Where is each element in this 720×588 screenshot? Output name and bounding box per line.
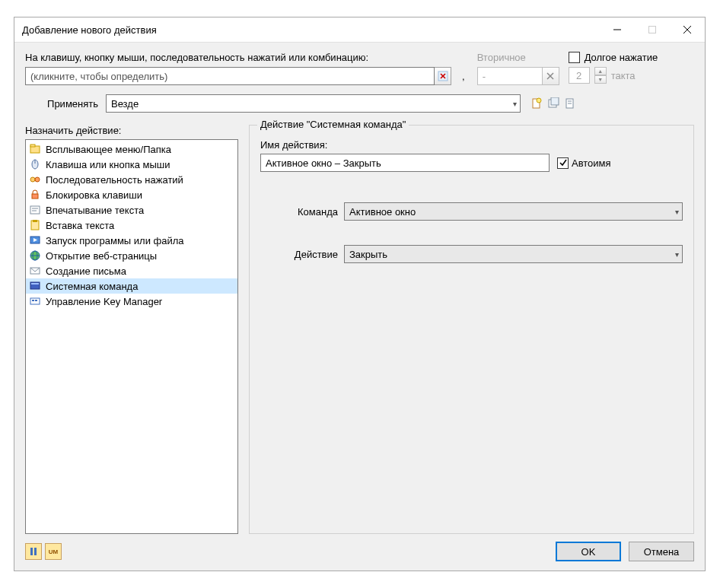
- command-label: Команда: [260, 206, 344, 218]
- apply-select[interactable]: Везде ▾: [106, 94, 521, 113]
- svg-rect-17: [30, 145, 35, 147]
- window-title: Добавление нового действия: [22, 24, 600, 36]
- details-pane: Действие "Системная команда" Имя действи…: [249, 125, 694, 534]
- action-param-value: Закрыть: [349, 249, 387, 260]
- hotkey-label: На клавишу, кнопку мыши, последовательно…: [25, 52, 451, 63]
- secondary-clear-button: [543, 67, 559, 85]
- apply-toolbar: [530, 97, 577, 110]
- list-item-label: Открытие веб-страницы: [46, 250, 157, 262]
- chevron-down-icon: ▾: [675, 250, 679, 259]
- list-item-label: Блокировка клавиши: [46, 189, 142, 201]
- svg-rect-37: [32, 300, 34, 301]
- svg-rect-27: [33, 220, 37, 222]
- list-item[interactable]: Запуск программы или файла: [26, 233, 237, 248]
- list-item-label: Всплывающее меню/Папка: [46, 144, 171, 155]
- apply-label: Применять: [25, 98, 101, 110]
- hotkey-row: На клавишу, кнопку мыши, последовательно…: [25, 52, 694, 85]
- longpress-label: Долгое нажатие: [585, 52, 658, 63]
- svg-rect-40: [34, 548, 37, 555]
- list-item[interactable]: Создание письма: [26, 263, 237, 278]
- delay-spinner-buttons: ▲ ▼: [594, 67, 607, 84]
- list-item-label: Впечатывание текста: [46, 205, 144, 216]
- client-area: На клавишу, кнопку мыши, последовательно…: [14, 42, 705, 571]
- separator-comma: ,: [459, 71, 470, 82]
- actions-label: Назначить действие:: [25, 125, 238, 136]
- actions-pane: Назначить действие: Всплывающее меню/Пап…: [25, 125, 238, 534]
- cancel-button[interactable]: Отмена: [629, 542, 694, 561]
- lock-icon: [29, 189, 41, 201]
- maximize-button[interactable]: [635, 17, 670, 42]
- svg-rect-39: [30, 548, 33, 555]
- apply-select-value: Везде: [111, 98, 139, 110]
- svg-rect-23: [30, 206, 40, 214]
- list-item-label: Создание письма: [46, 265, 126, 277]
- list-item-label: Системная команда: [46, 281, 138, 292]
- paste-icon: [29, 219, 41, 231]
- list-item-label: Последовательность нажатий: [46, 174, 183, 186]
- dialog-window: Добавление нового действия На клавишу, к…: [14, 17, 706, 571]
- hotkey-clear-button[interactable]: [435, 67, 451, 85]
- secondary-block: Вторичное: [477, 52, 561, 85]
- svg-rect-1: [649, 27, 656, 33]
- list-item-label: Запуск программы или файла: [46, 235, 184, 246]
- delay-spinner: 2: [569, 67, 590, 84]
- apply-row: Применять Везде ▾: [25, 94, 694, 113]
- web-icon: [29, 250, 41, 262]
- apply-tool-edit-icon[interactable]: [546, 97, 560, 110]
- body-split: Назначить действие: Всплывающее меню/Пап…: [25, 125, 694, 534]
- delay-unit-label: такта: [611, 70, 636, 81]
- list-item[interactable]: Управление Key Manager: [26, 294, 237, 309]
- svg-rect-22: [32, 194, 38, 199]
- delay-spin-up: ▲: [594, 67, 607, 75]
- list-item[interactable]: Последовательность нажатий: [26, 172, 237, 187]
- close-button[interactable]: [670, 17, 705, 42]
- list-item[interactable]: Блокировка клавиши: [26, 187, 237, 202]
- longpress-checkbox[interactable]: [569, 52, 580, 63]
- action-name-input[interactable]: [260, 154, 550, 172]
- list-item-label: Вставка текста: [46, 220, 114, 231]
- um-icon[interactable]: UM: [45, 543, 62, 560]
- svg-point-20: [30, 177, 35, 182]
- command-select[interactable]: Активное окно ▾: [344, 202, 683, 221]
- svg-rect-38: [35, 300, 37, 301]
- hotkey-block: На клавишу, кнопку мыши, последовательно…: [25, 52, 451, 85]
- list-item[interactable]: Вставка текста: [26, 218, 237, 233]
- svg-point-21: [35, 177, 40, 182]
- autoname-checkbox[interactable]: [557, 157, 569, 169]
- mouse-icon: [29, 158, 41, 170]
- autoname-label: Автоимя: [572, 157, 611, 169]
- list-item-label: Управление Key Manager: [46, 296, 162, 307]
- chevron-down-icon: ▾: [675, 208, 679, 216]
- pause-icon[interactable]: [25, 543, 42, 560]
- type-icon: [29, 204, 41, 216]
- list-item[interactable]: Всплывающее меню/Папка: [26, 141, 237, 157]
- delay-spin-down: ▼: [594, 75, 607, 84]
- apply-tool-new-icon[interactable]: [530, 97, 543, 110]
- list-item[interactable]: Впечатывание текста: [26, 202, 237, 218]
- syscmd-icon: [29, 280, 41, 292]
- chevron-down-icon: ▾: [513, 100, 517, 108]
- run-icon: [29, 234, 41, 246]
- secondary-label: Вторичное: [477, 52, 561, 63]
- action-param-select[interactable]: Закрыть ▾: [344, 245, 683, 263]
- apply-tool-copy-icon[interactable]: [563, 97, 577, 110]
- ok-button[interactable]: OK: [556, 542, 621, 561]
- list-item[interactable]: Клавиша или кнопка мыши: [26, 157, 237, 172]
- bottom-bar: UM OK Отмена: [25, 542, 694, 561]
- action-groupbox: Действие "Системная команда" Имя действи…: [249, 125, 694, 534]
- list-item[interactable]: Системная команда: [26, 278, 237, 294]
- minimize-button[interactable]: [600, 17, 635, 42]
- action-name-label: Имя действия:: [260, 139, 683, 151]
- mail-icon: [29, 265, 41, 277]
- titlebar: Добавление нового действия: [14, 17, 705, 42]
- list-item[interactable]: Открытие веб-страницы: [26, 248, 237, 263]
- svg-rect-12: [551, 97, 559, 105]
- longpress-block: Долгое нажатие 2 ▲ ▼ такта: [569, 52, 694, 84]
- svg-rect-35: [31, 283, 39, 284]
- kmgr-icon: [29, 295, 41, 307]
- action-list[interactable]: Всплывающее меню/ПапкаКлавиша или кнопка…: [25, 139, 238, 534]
- hotkey-input[interactable]: [25, 67, 435, 85]
- folder-icon: [29, 143, 41, 155]
- command-select-value: Активное окно: [349, 206, 416, 218]
- secondary-input: [477, 67, 543, 85]
